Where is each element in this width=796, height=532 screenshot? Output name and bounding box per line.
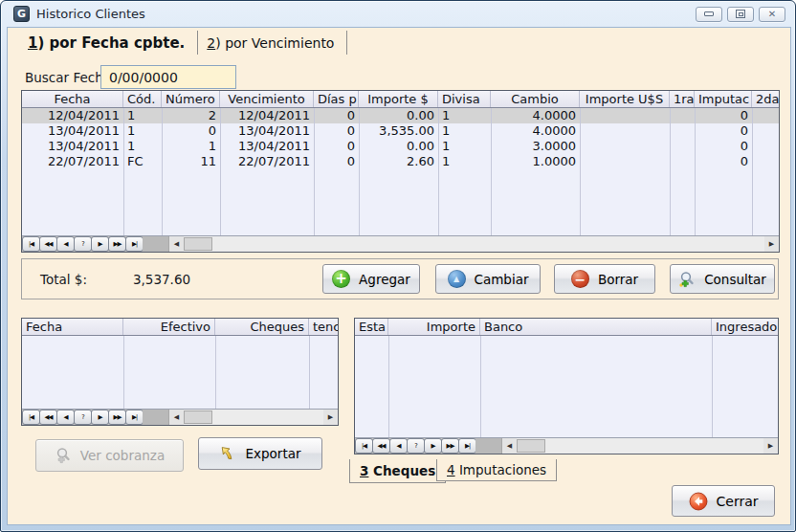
nav-first-button[interactable]: |◀ [22, 236, 40, 252]
cambiar-button[interactable]: ▲ Cambiar [435, 264, 541, 294]
table-cell: 0 [695, 139, 752, 154]
nav-next-button[interactable]: ▶ [424, 438, 442, 454]
nav-last-button[interactable]: ▶| [125, 236, 144, 252]
table-row[interactable]: 13/04/20111113/04/201100.0013.00000 [22, 139, 779, 154]
table-cell: 1 [123, 123, 162, 139]
table-cell: 0 [695, 108, 752, 123]
nav-first-button[interactable]: |◀ [22, 410, 40, 425]
cheques-grid[interactable]: EstaImporteBancoIngresado|◀◀◀◀?▶▶▶▶|◀▶ [354, 318, 779, 454]
column-header[interactable]: Importe $ [359, 91, 438, 107]
table-cell: 1 [123, 108, 162, 123]
scroll-track[interactable] [545, 438, 763, 454]
column-header[interactable]: Fecha [22, 319, 123, 335]
nav-help-button[interactable]: ? [407, 438, 425, 454]
column-header[interactable]: Importe U$S [580, 91, 670, 107]
nav-help-button[interactable]: ? [74, 236, 92, 252]
exportar-button[interactable]: Exportar [198, 437, 322, 470]
table-cell: 3,535.00 [359, 123, 438, 139]
nav-prior-button[interactable]: ◀ [389, 438, 408, 454]
scroll-right-icon[interactable]: ▶ [323, 410, 338, 425]
column-header[interactable]: 1ra. [670, 91, 695, 107]
agregar-button[interactable]: + Agregar [322, 264, 420, 294]
cobranzas-grid[interactable]: FechaEfectivoChequestenci|◀◀◀◀?▶▶▶▶|◀▶ [21, 318, 339, 426]
column-header[interactable]: Banco [480, 319, 712, 335]
scroll-right-icon[interactable]: ▶ [764, 236, 779, 252]
nav-prior-button[interactable]: ◀ [56, 410, 75, 425]
column-header[interactable]: Ingresado [712, 319, 778, 335]
nav-prior-page-button[interactable]: ◀◀ [39, 236, 57, 252]
column-header[interactable]: tenci [309, 319, 338, 335]
table-row[interactable]: 13/04/20111013/04/201103,535.0014.00000 [22, 123, 779, 139]
maximize-button[interactable] [727, 7, 754, 22]
column-header[interactable]: Vencimiento [220, 91, 314, 107]
column-header[interactable]: Días p [314, 91, 359, 107]
scroll-left-icon[interactable]: ◀ [169, 410, 184, 425]
scroll-thumb[interactable] [517, 439, 545, 453]
minimize-button[interactable] [696, 7, 722, 22]
subtab-imputaciones[interactable]: 4 Imputaciones [436, 459, 557, 481]
record-navigator: |◀◀◀◀?▶▶▶▶| [355, 438, 475, 454]
close-window-button[interactable]: ✕ [759, 7, 785, 22]
horizontal-scrollbar[interactable]: ◀▶ [168, 410, 338, 425]
nav-next-button[interactable]: ▶ [91, 410, 109, 425]
table-cell: 4.0000 [491, 108, 580, 123]
nav-last-button[interactable]: ▶| [458, 438, 476, 454]
column-header[interactable]: Esta [355, 319, 388, 335]
table-cell: 2.60 [359, 154, 438, 169]
column-header[interactable]: 2da [752, 91, 779, 107]
table-cell [670, 108, 695, 123]
consultar-button[interactable]: Consultar [670, 264, 775, 294]
ver-cobranza-button[interactable]: Ver cobranza [35, 439, 184, 472]
scroll-track[interactable] [212, 410, 323, 425]
column-header[interactable]: Cód. [123, 91, 162, 107]
ver-cobranza-label: Ver cobranza [80, 448, 165, 463]
scroll-track[interactable] [212, 236, 764, 252]
horizontal-scrollbar[interactable]: ◀▶ [168, 236, 779, 252]
nav-next-page-button[interactable]: ▶▶ [108, 410, 126, 425]
titlebar[interactable]: G Historico Clientes ✕ [1, 1, 795, 27]
cerrar-button[interactable]: Cerrar [672, 485, 775, 517]
tab-por-vencimiento[interactable]: 2) por Vencimiento [198, 31, 347, 55]
table-cell: 1 [438, 139, 491, 154]
column-header[interactable]: Divisa [438, 91, 491, 107]
nav-prior-page-button[interactable]: ◀◀ [372, 438, 390, 454]
nav-next-button[interactable]: ▶ [91, 236, 109, 252]
app-window: G Historico Clientes ✕ 1) por Fecha cpbt… [0, 0, 796, 532]
table-cell: 0.00 [359, 139, 438, 154]
scroll-left-icon[interactable]: ◀ [502, 438, 517, 454]
horizontal-scrollbar[interactable]: ◀▶ [501, 438, 778, 454]
table-row[interactable]: 12/04/20111212/04/201100.0014.00000 [22, 108, 779, 123]
grid-header: EstaImporteBancoIngresado [355, 319, 778, 336]
column-header[interactable]: Importe [388, 319, 480, 335]
historico-grid[interactable]: FechaCód.NúmeroVencimientoDías pImporte … [21, 90, 780, 253]
buscar-fecha-input[interactable] [100, 65, 236, 89]
column-header[interactable]: Cambio [491, 91, 580, 107]
tab-por-fecha-cpbte[interactable]: 1) por Fecha cpbte. [19, 31, 198, 55]
nav-next-page-button[interactable]: ▶▶ [441, 438, 459, 454]
scroll-left-icon[interactable]: ◀ [169, 236, 184, 252]
agregar-label: Agregar [359, 272, 410, 287]
table-cell: 1 [162, 139, 220, 154]
column-header[interactable]: Efectivo [123, 319, 215, 335]
nav-next-page-button[interactable]: ▶▶ [108, 236, 126, 252]
column-header[interactable]: Número [162, 91, 220, 107]
nav-prior-button[interactable]: ◀ [56, 236, 75, 252]
scroll-right-icon[interactable]: ▶ [763, 438, 778, 454]
nav-first-button[interactable]: |◀ [355, 438, 373, 454]
scroll-thumb[interactable] [184, 410, 212, 424]
column-header[interactable]: Cheques [215, 319, 309, 335]
grid-bottom-strip: |◀◀◀◀?▶▶▶▶|◀▶ [355, 437, 778, 454]
table-row[interactable]: 22/07/2011FC1122/07/201102.6011.00000 [22, 154, 779, 169]
nav-help-button[interactable]: ? [74, 410, 92, 425]
nav-prior-page-button[interactable]: ◀◀ [39, 410, 57, 425]
borrar-button[interactable]: − Borrar [554, 264, 655, 294]
exportar-label: Exportar [245, 446, 300, 461]
grid-body [22, 336, 338, 409]
nav-last-button[interactable]: ▶| [125, 410, 144, 425]
column-header[interactable]: Imputac [695, 91, 752, 107]
table-cell: 1 [438, 123, 491, 139]
subtab-cheques[interactable]: 3 Cheques [349, 459, 446, 483]
column-separator [480, 336, 481, 437]
scroll-thumb[interactable] [184, 237, 212, 251]
column-header[interactable]: Fecha [22, 91, 123, 107]
